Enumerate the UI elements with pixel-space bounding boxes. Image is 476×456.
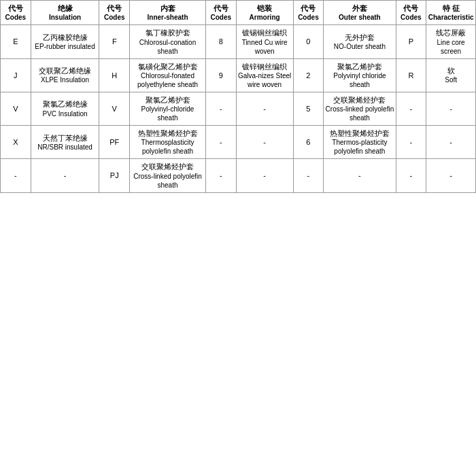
armoring-cell: - <box>236 126 293 159</box>
outer-sheath-cell: 聚氯乙烯护套Polyvinyl chloride sheath <box>324 58 396 92</box>
main-table: 代号 Codes 绝缘 Insulation 代号 Codes 内套 Inner… <box>0 0 476 193</box>
inner-sheath-cell: 交联聚烯烃护套Cross-linked polyolefin sheath <box>130 159 206 192</box>
table-row: J交联聚乙烯绝缘XLPE InsulationH氯磺化聚乙烯护套Chlorosu… <box>1 58 476 92</box>
insulation-cell: 天然丁苯绝缘NR/SBR insulated <box>31 126 99 159</box>
code3-cell: - <box>205 159 236 192</box>
code2-cell: PF <box>99 126 130 159</box>
code2-cell: H <box>99 58 130 92</box>
code1-cell: X <box>1 126 31 159</box>
inner-sheath-cell: 氯磺化聚乙烯护套Chlorosul-fonated polyethylene s… <box>130 58 206 92</box>
armoring-cell: 镀锌钢丝编织Galva-nizes Steel wire woven <box>236 58 293 92</box>
characteristic-cell: - <box>426 126 476 159</box>
code2-cell: PJ <box>99 159 130 192</box>
outer-sheath-cell: - <box>324 159 396 192</box>
header-codes5: 代号 Codes <box>396 1 426 25</box>
code3-cell: 8 <box>205 25 236 58</box>
insulation-cell: - <box>31 159 99 192</box>
code4-cell: 6 <box>293 126 324 159</box>
insulation-cell: 乙丙橡胶绝缘EP-rubber insulated <box>31 25 99 58</box>
table-row: --PJ交联聚烯烃护套Cross-linked polyolefin sheat… <box>1 159 476 192</box>
code5-cell: P <box>396 25 426 58</box>
code4-cell: 0 <box>293 25 324 58</box>
characteristic-cell: 线芯屏蔽Line core screen <box>426 25 476 58</box>
outer-sheath-cell: 无外护套NO-Outer sheath <box>324 25 396 58</box>
code3-cell: - <box>205 126 236 159</box>
header-insulation: 绝缘 Insulation <box>31 1 99 25</box>
outer-sheath-cell: 交联聚烯烃护套Cross-linked polyolefin sheath <box>324 92 396 125</box>
code5-cell: - <box>396 126 426 159</box>
table-row: V聚氯乙烯绝缘PVC InsulationV聚氯乙烯护套Polyvinyl-ch… <box>1 92 476 125</box>
armoring-cell: 镀锡铜丝编织Tinned Cu wire woven <box>236 25 293 58</box>
inner-sheath-cell: 热塑性聚烯烃护套Thermosplasticity polyolefin she… <box>130 126 206 159</box>
header-codes4: 代号 Codes <box>293 1 324 25</box>
inner-sheath-cell: 氯丁橡胶护套Chlorosul-conation sheath <box>130 25 206 58</box>
characteristic-cell: - <box>426 92 476 125</box>
header-outer-sheath: 外套 Outer sheath <box>324 1 396 25</box>
armoring-cell: - <box>236 159 293 192</box>
code4-cell: 2 <box>293 58 324 92</box>
code1-cell: V <box>1 92 31 125</box>
insulation-cell: 聚氯乙烯绝缘PVC Insulation <box>31 92 99 125</box>
code4-cell: - <box>293 159 324 192</box>
code3-cell: 9 <box>205 58 236 92</box>
characteristic-cell: 软Soft <box>426 58 476 92</box>
code5-cell: - <box>396 159 426 192</box>
code3-cell: - <box>205 92 236 125</box>
code1-cell: J <box>1 58 31 92</box>
code2-cell: F <box>99 25 130 58</box>
header-inner-sheath: 内套 Inner-sheath <box>130 1 206 25</box>
header-codes1: 代号 Codes <box>1 1 31 25</box>
code1-cell: - <box>1 159 31 192</box>
header-armoring: 铠装 Armoring <box>236 1 293 25</box>
characteristic-cell: - <box>426 159 476 192</box>
armoring-cell: - <box>236 92 293 125</box>
code1-cell: E <box>1 25 31 58</box>
code2-cell: V <box>99 92 130 125</box>
inner-sheath-cell: 聚氯乙烯护套Polyvinyl-chloride sheath <box>130 92 206 125</box>
header-characteristic: 特 征 Characteristic <box>426 1 476 25</box>
table-row: X天然丁苯绝缘NR/SBR insulatedPF热塑性聚烯烃护套Thermos… <box>1 126 476 159</box>
outer-sheath-cell: 热塑性聚烯烃护套Thermos-plasticity polyolefin sh… <box>324 126 396 159</box>
code4-cell: 5 <box>293 92 324 125</box>
code5-cell: R <box>396 58 426 92</box>
insulation-cell: 交联聚乙烯绝缘XLPE Insulation <box>31 58 99 92</box>
header-codes2: 代号 Codes <box>99 1 130 25</box>
table-row: E乙丙橡胶绝缘EP-rubber insulatedF氯丁橡胶护套Chloros… <box>1 25 476 58</box>
header-codes3: 代号 Codes <box>205 1 236 25</box>
code5-cell: - <box>396 92 426 125</box>
